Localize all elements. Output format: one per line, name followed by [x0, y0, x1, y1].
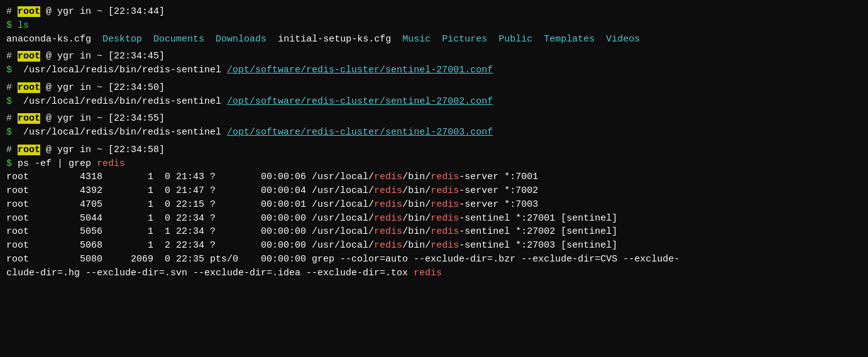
username-3: root: [18, 82, 40, 93]
ps-row-3-mid: /bin/: [402, 199, 431, 210]
ps-row-2-post: -server *:7002: [459, 185, 538, 196]
ls-sep-5: [431, 34, 442, 45]
ps-row-2-pre: root 4392 1 0 21:47 ? 00:00:04 /usr/loca…: [6, 185, 374, 196]
prompt-text-5: @ ygr in ~ [22:34:58]: [40, 145, 165, 155]
ls-sep-6: [487, 34, 498, 45]
ls-item-pictures: Pictures: [442, 34, 487, 45]
ls-item-downloads: Downloads: [216, 34, 266, 45]
command-line-1: $ ls: [6, 19, 862, 33]
ps-row-3-post: -server *:7003: [459, 199, 538, 210]
ps-row-4-mid: /bin/: [402, 213, 431, 224]
ps-row-4-redis1: redis: [374, 213, 402, 224]
ps-row-7-text: root 5080 2069 0 22:35 pts/0 00:00:00 gr…: [6, 254, 679, 265]
dollar-4: $: [6, 127, 12, 138]
ls-item-templates: Templates: [544, 34, 595, 45]
hash-symbol-3: #: [6, 82, 18, 93]
grep-redis: redis: [97, 158, 125, 169]
command-line-3: $ /usr/local/redis/bin/redis-sentinel /o…: [6, 95, 862, 109]
ls-item-documents: Documents: [153, 34, 204, 45]
prompt-line-5: # root @ ygr in ~ [22:34:58]: [6, 143, 862, 157]
ls-sep-2: [204, 34, 216, 45]
sentinel-conf-3: /opt/software/redis-cluster/sentinel-270…: [227, 127, 493, 138]
ls-sep-4: [391, 34, 402, 45]
ps-row-8-pre: clude-dir=.hg --exclude-dir=.svn --exclu…: [6, 268, 414, 278]
ls-item-initial: initial-setup-ks.cfg: [278, 34, 391, 45]
ps-row-4-post: -sentinel *:27001 [sentinel]: [459, 213, 617, 224]
prompt-text-3: @ ygr in ~ [22:34:50]: [40, 82, 165, 93]
ps-row-2-redis2: redis: [431, 185, 459, 196]
ps-row-3-pre: root 4705 1 0 22:15 ? 00:00:01 /usr/loca…: [6, 199, 374, 210]
ps-row-4: root 5044 1 0 22:34 ? 00:00:00 /usr/loca…: [6, 212, 862, 226]
command-line-5: $ ps -ef | grep redis: [6, 157, 862, 171]
ps-row-5-pre: root 5056 1 1 22:34 ? 00:00:00 /usr/loca…: [6, 226, 374, 237]
ps-row-3: root 4705 1 0 22:15 ? 00:00:01 /usr/loca…: [6, 198, 862, 212]
dollar-2: $: [6, 65, 12, 75]
ps-row-6-post: -sentinel *:27003 [sentinel]: [459, 240, 617, 251]
username-1: root: [18, 6, 40, 17]
ps-row-5-redis2: redis: [431, 226, 459, 237]
ps-row-1-post: -server *:7001: [459, 172, 538, 182]
hash-symbol-5: #: [6, 145, 18, 155]
ps-row-5-mid: /bin/: [402, 226, 431, 237]
dollar-1: $: [6, 20, 18, 31]
ps-row-6: root 5068 1 2 22:34 ? 00:00:00 /usr/loca…: [6, 239, 862, 253]
ls-sep-1: [142, 34, 153, 45]
ps-row-5-redis1: redis: [374, 226, 402, 237]
ps-row-8-redis: redis: [414, 268, 442, 278]
cmd-sentinel-2: /usr/local/redis/bin/redis-sentinel: [12, 96, 227, 107]
ps-row-1-redis2: redis: [431, 172, 459, 182]
ps-row-6-redis1: redis: [374, 240, 402, 251]
ls-item-music: Music: [402, 34, 431, 45]
prompt-text-4: @ ygr in ~ [22:34:55]: [40, 113, 165, 124]
sentinel-conf-1: /opt/software/redis-cluster/sentinel-270…: [227, 65, 493, 75]
ps-row-1-redis1: redis: [374, 172, 402, 182]
ps-row-5: root 5056 1 1 22:34 ? 00:00:00 /usr/loca…: [6, 225, 862, 239]
username-4: root: [18, 113, 40, 124]
ps-row-6-redis2: redis: [431, 240, 459, 251]
prompt-line-1: # root @ ygr in ~ [22:34:44]: [6, 5, 862, 19]
ls-item-desktop: Desktop: [102, 34, 142, 45]
prompt-text-1: @ ygr in ~ [22:34:44]: [40, 6, 165, 17]
hash-symbol-2: #: [6, 51, 18, 62]
sentinel-conf-2: /opt/software/redis-cluster/sentinel-270…: [227, 96, 493, 107]
ps-row-2-mid: /bin/: [402, 185, 431, 196]
ps-row-5-post: -sentinel *:27002 [sentinel]: [459, 226, 617, 237]
terminal: # root @ ygr in ~ [22:34:44] $ ls anacon…: [6, 5, 862, 280]
ls-sep-8: [595, 34, 606, 45]
ls-item-videos: Videos: [606, 34, 640, 45]
cmd-sentinel-1: /usr/local/redis/bin/redis-sentinel: [12, 65, 227, 75]
cmd-ps: ps -ef | grep: [18, 158, 97, 169]
command-line-4: $ /usr/local/redis/bin/redis-sentinel /o…: [6, 126, 862, 140]
prompt-line-3: # root @ ygr in ~ [22:34:50]: [6, 81, 862, 95]
dollar-3: $: [6, 96, 12, 107]
ps-row-4-redis2: redis: [431, 213, 459, 224]
ps-row-1-pre: root 4318 1 0 21:43 ? 00:00:06 /usr/loca…: [6, 172, 374, 182]
prompt-text-2: @ ygr in ~ [22:34:45]: [40, 51, 165, 62]
command-line-2: $ /usr/local/redis/bin/redis-sentinel /o…: [6, 63, 862, 77]
hash-symbol-4: #: [6, 113, 18, 124]
username-2: root: [18, 51, 40, 62]
prompt-line-2: # root @ ygr in ~ [22:34:45]: [6, 50, 862, 63]
ps-row-6-pre: root 5068 1 2 22:34 ? 00:00:00 /usr/loca…: [6, 240, 374, 251]
dollar-5: $: [6, 158, 18, 169]
username-5: root: [18, 145, 40, 155]
ls-item-anaconda: anaconda-ks.cfg: [6, 34, 102, 45]
ps-row-2-redis1: redis: [374, 185, 402, 196]
command-text-1: ls: [18, 20, 29, 31]
cmd-sentinel-3: /usr/local/redis/bin/redis-sentinel: [12, 127, 227, 138]
ls-output: anaconda-ks.cfg Desktop Documents Downlo…: [6, 33, 862, 47]
ps-row-3-redis2: redis: [431, 199, 459, 210]
ps-row-1: root 4318 1 0 21:43 ? 00:00:06 /usr/loca…: [6, 170, 862, 184]
hash-symbol: #: [6, 6, 18, 17]
ps-row-8: clude-dir=.hg --exclude-dir=.svn --exclu…: [6, 266, 862, 280]
prompt-line-4: # root @ ygr in ~ [22:34:55]: [6, 112, 862, 126]
ps-row-3-redis1: redis: [374, 199, 402, 210]
ls-item-public: Public: [498, 34, 532, 45]
ls-sep-7: [532, 34, 544, 45]
ps-row-4-pre: root 5044 1 0 22:34 ? 00:00:00 /usr/loca…: [6, 213, 374, 224]
ps-row-7: root 5080 2069 0 22:35 pts/0 00:00:00 gr…: [6, 253, 862, 266]
ps-row-1-mid: /bin/: [402, 172, 431, 182]
ls-sep-3: [266, 34, 278, 45]
ps-row-6-mid: /bin/: [402, 240, 431, 251]
ps-row-2: root 4392 1 0 21:47 ? 00:00:04 /usr/loca…: [6, 184, 862, 198]
